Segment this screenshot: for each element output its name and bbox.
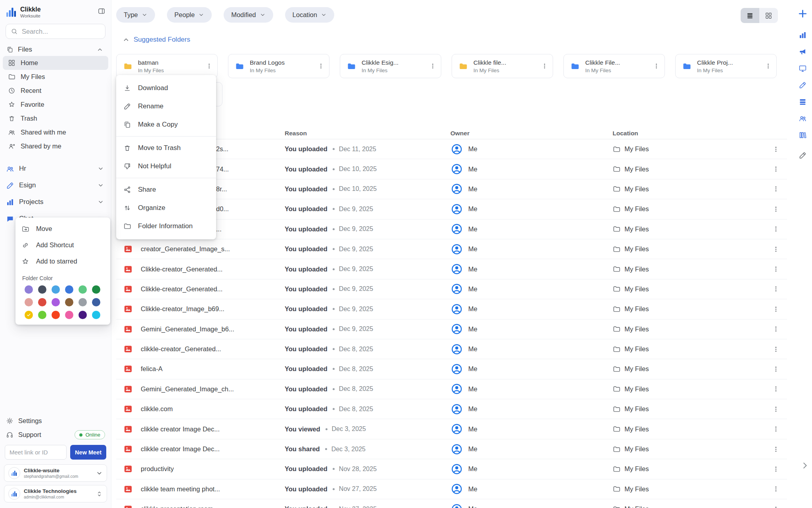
row-more-icon[interactable] [772,466,779,473]
grid-view-button[interactable] [759,8,778,23]
folder-color-swatch[interactable] [52,298,60,306]
menu-item-move-to-trash[interactable]: Move to Trash [116,139,216,157]
file-location-cell[interactable]: My Files [613,185,765,193]
file-location-cell[interactable]: My Files [613,405,765,413]
folder-card[interactable]: Clikkle Esig... In My Files [340,54,441,78]
folder-color-swatch[interactable] [38,285,46,294]
menu-item-folder-information[interactable]: Folder Information [116,217,216,235]
folder-color-swatch[interactable] [92,285,100,294]
unfold-icon[interactable] [96,491,103,497]
folder-color-swatch[interactable] [65,285,73,294]
file-location-cell[interactable]: My Files [613,425,765,433]
folder-color-swatch[interactable] [25,311,33,319]
file-row[interactable]: Clikkle-creator_Image_b69... You uploade… [116,299,787,319]
search-input[interactable] [22,28,100,35]
screen-app-icon[interactable] [799,64,807,73]
file-location-cell[interactable]: My Files [613,165,765,173]
file-row[interactable]: Gemini_Generated_Image_ch... You uploade… [116,379,787,399]
account-switcher-org[interactable]: Clikkle Technologies admin@clikkmail.com [4,485,107,502]
file-location-cell[interactable]: My Files [613,205,765,213]
row-more-icon[interactable] [772,446,779,453]
folder-color-swatch[interactable] [79,298,87,306]
file-location-cell[interactable]: My Files [613,445,765,453]
folder-color-swatch[interactable] [25,285,33,294]
folder-color-swatch[interactable] [65,311,73,319]
folder-color-swatch[interactable] [25,298,33,306]
meet-link-input[interactable] [5,445,67,460]
row-more-icon[interactable] [772,206,779,213]
file-row[interactable]: felica-A You uploaded Dec 8, 2025 Me My … [116,359,787,379]
file-row[interactable]: ... You uploaded Dec 9, 2025 Me My Files [116,219,787,239]
folder-color-swatch[interactable] [92,311,100,319]
filter-chip[interactable]: Type [116,7,155,23]
row-more-icon[interactable] [772,246,779,253]
menu-item-rename[interactable]: Rename [116,97,216,115]
file-location-cell[interactable]: My Files [613,465,765,473]
folder-color-swatch[interactable] [79,311,87,319]
row-more-icon[interactable] [772,285,779,292]
chevron-up-icon[interactable] [123,36,130,43]
file-location-cell[interactable]: My Files [613,245,765,253]
folder-more-icon[interactable] [206,63,213,69]
analytics-app-icon[interactable] [799,31,807,39]
tasks-list-icon[interactable] [799,98,807,106]
file-location-cell[interactable]: My Files [613,305,765,313]
row-more-icon[interactable] [772,346,779,353]
file-row[interactable]: Gemini_Generated_Image_b6... You uploade… [116,319,787,339]
file-location-cell[interactable]: My Files [613,325,765,333]
support-row[interactable]: Support Online [0,428,111,442]
account-switcher-personal[interactable]: Clikkle-wsuite stephandgraham@gmail.com [4,464,107,482]
chevron-down-icon[interactable] [96,470,103,477]
row-more-icon[interactable] [772,385,779,393]
file-location-cell[interactable]: My Files [613,365,765,373]
sidebar-item-hr[interactable]: Hr [0,160,111,177]
row-more-icon[interactable] [772,325,779,333]
menu-item-make-a-copy[interactable]: Make a Copy [116,115,216,134]
menu-item-download[interactable]: Download [116,79,216,97]
row-more-icon[interactable] [772,406,779,413]
search-box[interactable] [6,24,105,39]
folder-card[interactable]: Clikkle File... In My Files [563,54,665,78]
file-row[interactable]: creator_Generated_Image_s... You uploade… [116,239,787,259]
folder-more-icon[interactable] [541,63,548,69]
file-location-cell[interactable]: My Files [613,225,765,233]
filter-chip[interactable]: Modified [224,7,273,23]
row-more-icon[interactable] [772,165,779,173]
file-location-cell[interactable]: My Files [613,505,765,508]
file-location-cell[interactable]: My Files [613,345,765,353]
row-more-icon[interactable] [772,146,779,153]
add-app-icon[interactable] [798,9,808,19]
folder-more-icon[interactable] [765,63,772,69]
folder-color-swatch[interactable] [52,311,60,319]
sidebar-item-shared-with-me[interactable]: Shared with me [3,125,108,139]
file-row[interactable]: Clikkle-creator_Generated... You uploade… [116,279,787,299]
file-row[interactable]: productivity You uploaded Nov 28, 2025 M… [116,459,787,479]
file-row[interactable]: Clikkle-creator_Generated... You uploade… [116,259,787,279]
folder-card[interactable]: Brand Logos In My Files [228,54,329,78]
chevron-down-icon[interactable] [98,182,104,189]
folder-color-swatch[interactable] [65,298,73,306]
sidebar-item-esign[interactable]: Esign [0,177,111,194]
file-row[interactable]: 8r... You uploaded Dec 10, 2025 Me My Fi… [116,179,787,199]
folder-card[interactable]: Clikkle Proj... In My Files [675,54,777,78]
file-row[interactable]: clikkle.com You uploaded Dec 8, 2025 Me … [116,399,787,419]
sidebar-item-shared-by-me[interactable]: Shared by me [3,139,108,153]
esign-pencil-icon[interactable] [799,81,807,89]
menu-item-share[interactable]: Share [116,181,216,199]
file-row[interactable]: 74... You uploaded Dec 10, 2025 Me My Fi… [116,159,787,179]
folder-color-swatch[interactable] [92,298,100,306]
file-row[interactable]: clikkle-creator_Generated... You uploade… [116,339,787,359]
folder-card[interactable]: Clikkle file... In My Files [452,54,553,78]
sidebar-item-projects[interactable]: Projects [0,194,111,210]
filter-chip[interactable]: Location [285,7,334,23]
filter-chip[interactable]: People [167,7,212,23]
row-more-icon[interactable] [772,306,779,313]
expand-rail-icon[interactable] [801,461,809,470]
row-more-icon[interactable] [772,266,779,273]
sidebar-item-trash[interactable]: Trash [3,112,108,125]
menu-item-add-to-starred[interactable]: Add to starred [15,253,110,269]
menu-item-organize[interactable]: Organize [116,199,216,217]
row-more-icon[interactable] [772,225,779,233]
collapse-sidebar-icon[interactable] [98,7,105,15]
chevron-up-icon[interactable] [97,46,103,53]
